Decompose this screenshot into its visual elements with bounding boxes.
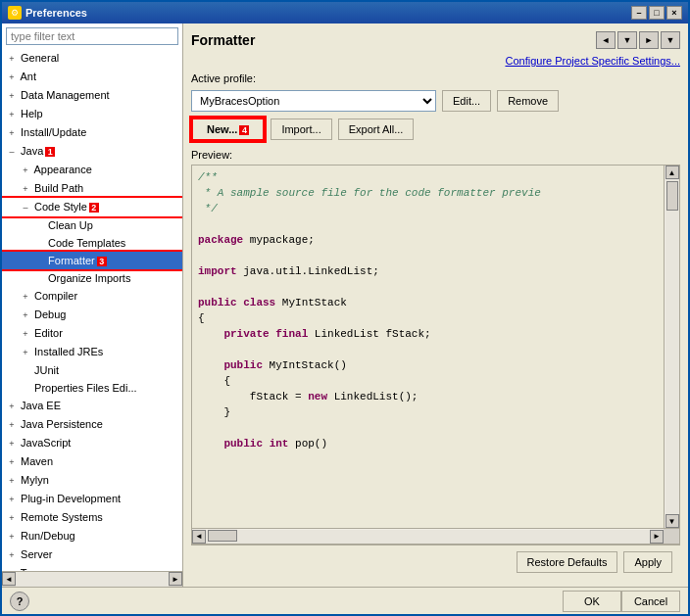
help-button[interactable]: ? bbox=[10, 592, 29, 611]
close-button[interactable]: × bbox=[666, 6, 682, 20]
sidebar-item-organize-imports[interactable]: Organize Imports bbox=[2, 269, 182, 287]
code-content: /** * A sample source file for the code … bbox=[198, 169, 658, 451]
h-scroll-left[interactable]: ◄ bbox=[192, 530, 206, 544]
title-bar: ⚙ Preferences – □ × bbox=[2, 2, 688, 24]
remove-button[interactable]: Remove bbox=[497, 90, 559, 112]
sidebar-item-help[interactable]: + Help bbox=[2, 105, 182, 123]
edit-button[interactable]: Edit... bbox=[442, 90, 491, 112]
profile-select[interactable]: MyBracesOption bbox=[191, 90, 436, 112]
horizontal-scrollbar: ◄ ► bbox=[192, 528, 679, 544]
title-bar-buttons: – □ × bbox=[631, 6, 682, 20]
sidebar-item-remote-systems[interactable]: + Remote Systems bbox=[2, 508, 182, 527]
sidebar-item-java[interactable]: – Java1 bbox=[2, 142, 182, 161]
ok-button[interactable]: OK bbox=[563, 591, 621, 612]
v-scroll-thumb[interactable] bbox=[666, 181, 678, 211]
active-profile-label: Active profile: bbox=[191, 72, 256, 84]
sidebar-item-general[interactable]: + General bbox=[2, 49, 182, 68]
scroll-left-arrow[interactable]: ◄ bbox=[2, 572, 16, 586]
h-scroll-thumb[interactable] bbox=[208, 530, 237, 542]
nav-dropdown[interactable]: ▼ bbox=[617, 31, 637, 49]
window-title: Preferences bbox=[25, 7, 87, 19]
export-button[interactable]: Export All... bbox=[338, 118, 415, 140]
sidebar-item-java-ee[interactable]: + Java EE bbox=[2, 397, 182, 415]
sidebar-item-plugin-development[interactable]: + Plug-in Development bbox=[2, 490, 182, 508]
sidebar-item-debug[interactable]: + Debug bbox=[2, 306, 182, 324]
vertical-scrollbar: ▲ ▼ bbox=[664, 166, 679, 528]
forward-button[interactable]: ► bbox=[639, 31, 659, 49]
preferences-window: ⚙ Preferences – □ × + General+ Ant+ Data… bbox=[0, 0, 690, 616]
title-bar-left: ⚙ Preferences bbox=[8, 6, 87, 20]
page-title: Formatter bbox=[191, 32, 255, 48]
main-header: Formatter ◄ ▼ ► ▼ bbox=[191, 31, 680, 49]
apply-button[interactable]: Apply bbox=[623, 551, 672, 573]
sidebar-horizontal-scrollbar: ◄ ► bbox=[2, 571, 182, 587]
preview-scrollable[interactable]: /** * A sample source file for the code … bbox=[192, 166, 664, 528]
sidebar-item-run-debug[interactable]: + Run/Debug bbox=[2, 527, 182, 545]
sidebar: + General+ Ant+ Data Management+ Help+ I… bbox=[2, 24, 183, 587]
sidebar-item-appearance[interactable]: + Appearance bbox=[2, 161, 182, 179]
bottom-bar: Restore Defaults Apply bbox=[191, 545, 680, 579]
sidebar-item-formatter[interactable]: Formatter3 bbox=[2, 252, 182, 269]
sidebar-item-properties-files[interactable]: Properties Files Edi... bbox=[2, 379, 182, 397]
new-button[interactable]: New...4 bbox=[191, 118, 265, 141]
tree: + General+ Ant+ Data Management+ Help+ I… bbox=[2, 49, 182, 571]
sidebar-item-ant[interactable]: + Ant bbox=[2, 68, 182, 86]
sidebar-item-code-templates[interactable]: Code Templates bbox=[2, 234, 182, 252]
import-button[interactable]: Import... bbox=[271, 118, 331, 140]
action-row: New...4 Import... Export All... bbox=[191, 118, 680, 141]
sidebar-item-data-management[interactable]: + Data Management bbox=[2, 86, 182, 105]
content-area: + General+ Ant+ Data Management+ Help+ I… bbox=[2, 24, 688, 587]
h-scroll-right[interactable]: ► bbox=[650, 530, 664, 544]
sidebar-item-maven[interactable]: + Maven bbox=[2, 452, 182, 471]
v-scroll-track bbox=[665, 179, 679, 514]
sidebar-item-mylyn[interactable]: + Mylyn bbox=[2, 471, 182, 490]
scroll-up-arrow[interactable]: ▲ bbox=[665, 166, 679, 179]
preview-area: /** * A sample source file for the code … bbox=[191, 165, 680, 545]
sidebar-item-junit[interactable]: JUnit bbox=[2, 361, 182, 379]
sidebar-item-installed-jres[interactable]: + Installed JREs bbox=[2, 343, 182, 361]
cancel-button[interactable]: Cancel bbox=[621, 591, 680, 612]
filter-input[interactable] bbox=[6, 27, 178, 45]
restore-defaults-button[interactable]: Restore Defaults bbox=[517, 551, 618, 573]
sidebar-item-server[interactable]: + Server bbox=[2, 545, 182, 564]
sidebar-item-javascript[interactable]: + JavaScript bbox=[2, 434, 182, 452]
sidebar-item-install-update[interactable]: + Install/Update bbox=[2, 123, 182, 142]
sidebar-item-build-path[interactable]: + Build Path bbox=[2, 179, 182, 198]
sidebar-item-clean-up[interactable]: Clean Up bbox=[2, 216, 182, 234]
h-scroll-track bbox=[206, 530, 650, 544]
profile-row: Active profile: bbox=[191, 72, 680, 84]
sidebar-item-java-persistence[interactable]: + Java Persistence bbox=[2, 415, 182, 434]
sidebar-item-team[interactable]: + Team bbox=[2, 564, 182, 571]
scrollbar-corner bbox=[664, 529, 679, 545]
preview-label: Preview: bbox=[191, 149, 680, 161]
sidebar-item-compiler[interactable]: + Compiler bbox=[2, 287, 182, 306]
nav-menu[interactable]: ▼ bbox=[661, 31, 680, 49]
configure-link[interactable]: Configure Project Specific Settings... bbox=[505, 55, 680, 67]
window-icon: ⚙ bbox=[8, 6, 22, 20]
nav-buttons: ◄ ▼ ► ▼ bbox=[596, 31, 680, 49]
sidebar-item-code-style[interactable]: – Code Style2 bbox=[2, 198, 182, 216]
minimize-button[interactable]: – bbox=[631, 6, 647, 20]
scroll-down-arrow[interactable]: ▼ bbox=[665, 514, 679, 528]
main-panel: Formatter ◄ ▼ ► ▼ Configure Project Spec… bbox=[183, 24, 688, 587]
maximize-button[interactable]: □ bbox=[649, 6, 665, 20]
back-button[interactable]: ◄ bbox=[596, 31, 616, 49]
sidebar-item-editor[interactable]: + Editor bbox=[2, 324, 182, 343]
preview-inner: /** * A sample source file for the code … bbox=[192, 166, 679, 528]
scroll-track bbox=[16, 572, 169, 587]
footer: ? OK Cancel bbox=[2, 587, 688, 614]
scroll-right-arrow[interactable]: ► bbox=[169, 572, 182, 586]
